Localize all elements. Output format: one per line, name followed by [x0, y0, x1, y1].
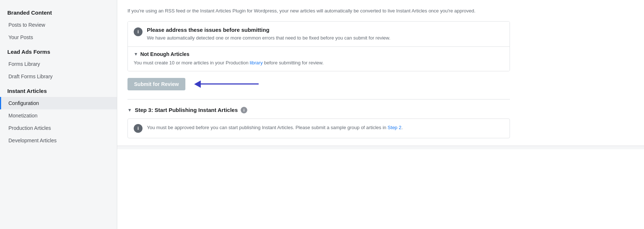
submit-area: Submit for Review — [127, 78, 510, 90]
sidebar-item-production-articles[interactable]: Production Articles — [0, 122, 117, 134]
step3-content-box: i You must be approved before you can st… — [127, 119, 510, 138]
sidebar-section-header-lead-ads: Lead Ads Forms — [0, 44, 117, 58]
arrow-indicator — [194, 80, 259, 88]
divider — [127, 99, 510, 100]
description-text: If you're using an RSS feed or the Insta… — [127, 7, 510, 15]
sidebar-item-forms-library[interactable]: Forms Library — [0, 58, 117, 70]
sidebar-section-branded-content: Branded Content Posts to Review Your Pos… — [0, 4, 117, 44]
step3-content-text: You must be approved before you can star… — [147, 124, 403, 131]
alert-title: Please address these issues before submi… — [147, 27, 391, 33]
arrow-line — [200, 83, 259, 85]
step3-content-icon: i — [134, 124, 143, 133]
step3-section: ▼ Step 3: Start Publishing Instant Artic… — [127, 107, 510, 138]
sidebar-section-instant-articles: Instant Articles Configuration Monetizat… — [0, 83, 117, 147]
alert-box: i Please address these issues before sub… — [127, 21, 510, 71]
alert-sub-section: ▼ Not Enough Articles You must create 10… — [128, 47, 510, 71]
alert-text-block: Please address these issues before submi… — [147, 27, 391, 42]
sidebar-item-configuration[interactable]: Configuration — [0, 97, 117, 109]
alert-info-icon: i — [134, 27, 143, 36]
sidebar-item-monetization[interactable]: Monetization — [0, 109, 117, 122]
sidebar-section-lead-ads: Lead Ads Forms Forms Library Draft Forms… — [0, 44, 117, 83]
sidebar-item-your-posts[interactable]: Your Posts — [0, 31, 117, 44]
sidebar-section-header-instant-articles: Instant Articles — [0, 83, 117, 97]
step3-header[interactable]: ▼ Step 3: Start Publishing Instant Artic… — [127, 107, 510, 113]
main-content: If you're using an RSS feed or the Insta… — [117, 0, 644, 229]
sidebar-item-posts-to-review[interactable]: Posts to Review — [0, 19, 117, 31]
sidebar-section-header-branded: Branded Content — [0, 4, 117, 19]
step3-title: Step 3: Start Publishing Instant Article… — [135, 107, 238, 113]
sidebar: Branded Content Posts to Review Your Pos… — [0, 0, 117, 229]
step2-link[interactable]: Step 2 — [388, 125, 401, 130]
sidebar-item-development-articles[interactable]: Development Articles — [0, 134, 117, 147]
chevron-down-icon: ▼ — [134, 52, 138, 57]
step3-chevron-icon: ▼ — [127, 108, 132, 113]
alert-sub-text: You must create 10 or more articles in y… — [134, 59, 504, 67]
sidebar-item-draft-forms-library[interactable]: Draft Forms Library — [0, 70, 117, 83]
alert-subtitle: We have automatically detected one or mo… — [147, 34, 391, 42]
step3-info-icon: i — [241, 107, 247, 113]
alert-header: i Please address these issues before sub… — [128, 22, 510, 47]
production-library-link[interactable]: library — [250, 60, 263, 65]
alert-sub-title: ▼ Not Enough Articles — [134, 51, 504, 57]
submit-for-review-button[interactable]: Submit for Review — [127, 78, 185, 90]
bottom-bar — [117, 146, 644, 149]
